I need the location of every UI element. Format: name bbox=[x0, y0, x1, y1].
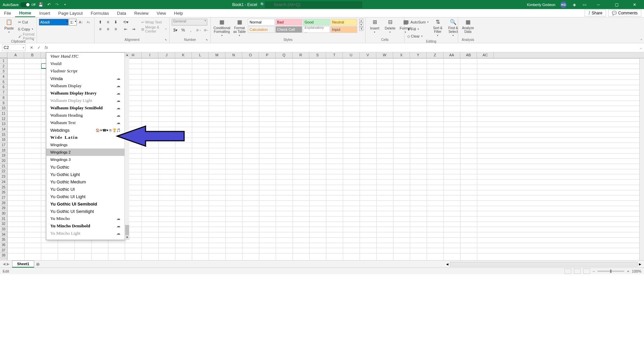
column-header[interactable]: J bbox=[158, 52, 175, 58]
formula-input[interactable] bbox=[51, 44, 638, 51]
row-header[interactable]: 7 bbox=[0, 90, 7, 95]
sheet-tab-sheet1[interactable]: Sheet1 bbox=[12, 261, 34, 268]
orientation-icon[interactable]: ⟲▾ bbox=[122, 19, 129, 25]
font-option[interactable]: Yu Mincho Demibold☁ bbox=[46, 222, 124, 230]
row-header[interactable]: 18 bbox=[0, 148, 7, 153]
tab-formulas[interactable]: Formulas bbox=[87, 9, 113, 17]
undo-icon[interactable]: ↶ bbox=[46, 2, 52, 7]
horizontal-scrollbar[interactable] bbox=[450, 262, 638, 267]
row-header[interactable]: 27 bbox=[0, 195, 7, 200]
font-dropdown-list[interactable]: Viner Hand ITCVivaldiVladimir ScriptVrin… bbox=[46, 52, 125, 240]
tab-page-layout[interactable]: Page Layout bbox=[54, 9, 87, 17]
font-option[interactable]: Wingdings 2 bbox=[46, 149, 124, 156]
zoom-slider[interactable] bbox=[597, 271, 624, 272]
format-as-table-button[interactable]: ▦ Format as Table▾ bbox=[232, 19, 247, 37]
font-option[interactable]: Walbaum Display SemiBold☁ bbox=[46, 104, 124, 112]
tab-home[interactable]: Home bbox=[15, 9, 35, 17]
share-button[interactable]: ⤴Share bbox=[585, 10, 606, 16]
merge-center-button[interactable]: ⊞Merge & Center▾ bbox=[141, 26, 167, 33]
row-header[interactable]: 22 bbox=[0, 169, 7, 174]
accounting-format-icon[interactable]: $▾ bbox=[172, 27, 179, 34]
cut-button[interactable]: ✂Cut bbox=[17, 19, 35, 25]
row-header[interactable]: 9 bbox=[0, 101, 7, 106]
font-option[interactable]: Vrinda☁ bbox=[46, 75, 124, 82]
row-header[interactable]: 33 bbox=[0, 227, 7, 232]
tab-file[interactable]: File bbox=[0, 9, 15, 17]
row-header[interactable]: 21 bbox=[0, 164, 7, 169]
row-header[interactable]: 23 bbox=[0, 174, 7, 179]
copy-button[interactable]: ⎘Copy▾ bbox=[17, 26, 35, 33]
column-header[interactable]: Z bbox=[427, 52, 443, 58]
comma-icon[interactable]: , bbox=[187, 27, 195, 34]
number-format-select[interactable]: General▾ bbox=[172, 19, 207, 25]
increase-font-icon[interactable]: A↑ bbox=[77, 19, 85, 25]
font-option[interactable]: Vladimir Script bbox=[46, 67, 124, 75]
row-header[interactable]: 10 bbox=[0, 106, 7, 111]
row-header[interactable]: 13 bbox=[0, 121, 7, 127]
row-header[interactable]: 32 bbox=[0, 221, 7, 227]
normal-view-icon[interactable] bbox=[565, 269, 571, 274]
font-option[interactable]: Yu Mincho Light☁ bbox=[46, 230, 124, 237]
column-header[interactable]: W bbox=[376, 52, 393, 58]
styles-down-icon[interactable]: ▾ bbox=[359, 23, 363, 27]
style-calculation[interactable]: Calculation bbox=[248, 26, 275, 33]
style-check-cell[interactable]: Check Cell bbox=[275, 26, 302, 33]
tab-data[interactable]: Data bbox=[113, 9, 130, 17]
scroll-down-icon[interactable]: ▾ bbox=[125, 235, 129, 240]
cell-styles-gallery[interactable]: Normal Bad Good Neutral Calculation Chec… bbox=[248, 19, 357, 33]
row-header[interactable]: 36 bbox=[0, 242, 7, 248]
align-center-icon[interactable]: ≡ bbox=[104, 26, 112, 33]
delete-cells-button[interactable]: ⊟Delete▾ bbox=[383, 19, 397, 34]
zoom-out-icon[interactable]: − bbox=[593, 269, 595, 273]
decrease-decimal-icon[interactable]: .0← bbox=[203, 27, 210, 34]
user-name[interactable]: Kimberly Gedeon bbox=[527, 3, 555, 7]
align-left-icon[interactable]: ≡ bbox=[97, 26, 104, 33]
worksheet-grid[interactable]: ABCDEFGHIJKLMNOPQRSTUVWXYZAAABAC 1234567… bbox=[0, 52, 644, 260]
page-break-view-icon[interactable] bbox=[583, 269, 590, 274]
align-top-icon[interactable]: ⬆ bbox=[97, 19, 104, 25]
font-option[interactable]: Yu Gothic UI Semilight bbox=[46, 208, 124, 215]
row-header[interactable]: 35 bbox=[0, 237, 7, 242]
fx-icon[interactable]: fx bbox=[43, 44, 50, 51]
font-option[interactable]: Viner Hand ITC bbox=[46, 53, 124, 60]
style-bad[interactable]: Bad bbox=[275, 19, 302, 25]
font-option[interactable]: Walbaum Display☁ bbox=[46, 82, 124, 90]
column-header[interactable]: N bbox=[225, 52, 242, 58]
row-header[interactable]: 12 bbox=[0, 116, 7, 122]
font-name-input[interactable] bbox=[39, 19, 68, 25]
column-header[interactable]: T bbox=[326, 52, 343, 58]
zoom-in-icon[interactable]: + bbox=[627, 269, 629, 273]
font-size-input[interactable] bbox=[69, 19, 77, 25]
page-layout-view-icon[interactable] bbox=[574, 269, 581, 274]
column-header[interactable]: A bbox=[7, 52, 24, 58]
style-neutral[interactable]: Neutral bbox=[330, 19, 357, 25]
align-middle-icon[interactable]: ≡ bbox=[104, 19, 112, 25]
vertical-scrollbar[interactable] bbox=[639, 58, 644, 260]
chevron-down-icon[interactable]: ▾ bbox=[23, 46, 24, 49]
align-right-icon[interactable]: ≡ bbox=[112, 26, 119, 33]
scroll-up-icon[interactable]: ▴ bbox=[125, 53, 129, 57]
font-option[interactable]: Walbaum Display Heavy☁ bbox=[46, 90, 124, 97]
insert-cells-button[interactable]: ⊞Insert▾ bbox=[368, 19, 382, 34]
autosum-button[interactable]: ΣAutoSum▾ bbox=[407, 19, 429, 25]
fill-button[interactable]: ⬇Fill▾ bbox=[407, 26, 429, 33]
row-header[interactable]: 14 bbox=[0, 127, 7, 132]
font-option[interactable]: Yu Gothic UI Light bbox=[46, 193, 124, 200]
decrease-font-icon[interactable]: A↓ bbox=[85, 19, 92, 25]
hscroll-right-icon[interactable]: ▶ bbox=[639, 263, 641, 266]
row-header[interactable]: 37 bbox=[0, 248, 7, 253]
scroll-thumb[interactable] bbox=[125, 225, 129, 235]
sheet-nav-next-icon[interactable]: ▶ bbox=[7, 262, 9, 266]
add-sheet-button[interactable]: ⊕ bbox=[34, 262, 42, 267]
tab-view[interactable]: View bbox=[153, 9, 170, 17]
row-header[interactable]: 3 bbox=[0, 69, 7, 74]
user-avatar[interactable]: KG bbox=[560, 1, 567, 8]
column-header[interactable]: O bbox=[242, 52, 259, 58]
column-header[interactable]: X bbox=[393, 52, 410, 58]
style-explanatory[interactable]: Explanatory ... bbox=[303, 26, 330, 33]
font-option[interactable]: Yu Gothic bbox=[46, 163, 124, 171]
zoom-level[interactable]: 100% bbox=[632, 269, 641, 273]
style-input[interactable]: Input bbox=[330, 26, 357, 33]
row-header[interactable]: 26 bbox=[0, 190, 7, 195]
font-option[interactable]: Walbaum Heading☁ bbox=[46, 112, 124, 119]
